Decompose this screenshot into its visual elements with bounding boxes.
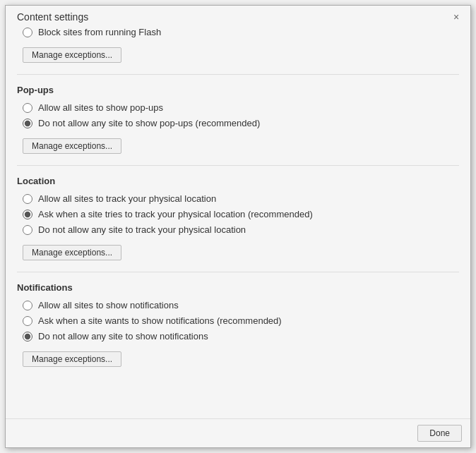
popup-deny-label: Do not allow any site to show pop-ups (r… [38, 118, 260, 128]
popup-allow-item: Allow all sites to show pop-ups [23, 102, 459, 113]
location-deny-label: Do not allow any site to track your phys… [38, 224, 246, 235]
location-section: Location Allow all sites to track your p… [17, 176, 459, 260]
location-divider [17, 272, 459, 272]
flash-divider [17, 74, 459, 75]
done-button[interactable]: Done [417, 425, 462, 442]
popup-allow-label: Allow all sites to show pop-ups [38, 102, 163, 113]
flash-block-item: Block sites from running Flash [23, 27, 459, 37]
flash-block-label: Block sites from running Flash [38, 27, 161, 37]
dialog-footer: Done [6, 418, 470, 447]
notif-ask-radio[interactable] [23, 316, 32, 326]
notifications-section-title: Notifications [17, 282, 459, 293]
location-ask-label: Ask when a site tries to track your phys… [38, 209, 313, 219]
notif-deny-item: Do not allow any site to show notificati… [23, 331, 459, 342]
dialog-body: Block sites from running Flash Manage ex… [6, 27, 470, 418]
location-section-title: Location [17, 176, 459, 186]
notifications-section: Notifications Allow all sites to show no… [17, 282, 459, 367]
notif-deny-label: Do not allow any site to show notificati… [38, 331, 208, 342]
popups-radio-group: Allow all sites to show pop-ups Do not a… [23, 102, 459, 128]
popups-section: Pop-ups Allow all sites to show pop-ups … [17, 85, 459, 154]
location-allow-item: Allow all sites to track your physical l… [23, 193, 459, 204]
notifications-radio-group: Allow all sites to show notifications As… [23, 300, 459, 342]
location-manage-exceptions-button[interactable]: Manage exceptions... [23, 245, 121, 260]
notifications-manage-exceptions-button[interactable]: Manage exceptions... [23, 351, 121, 367]
location-ask-radio[interactable] [23, 210, 32, 219]
location-deny-radio[interactable] [23, 225, 32, 235]
notif-allow-radio[interactable] [23, 301, 32, 310]
location-ask-item: Ask when a site tries to track your phys… [23, 209, 459, 219]
flash-radio-group: Block sites from running Flash [23, 27, 459, 37]
dialog-title: Content settings [17, 11, 88, 23]
popups-section-title: Pop-ups [17, 85, 459, 95]
notif-ask-label: Ask when a site wants to show notificati… [38, 315, 282, 326]
popup-allow-radio[interactable] [23, 103, 32, 113]
notif-ask-item: Ask when a site wants to show notificati… [23, 315, 459, 326]
popup-deny-item: Do not allow any site to show pop-ups (r… [23, 118, 459, 128]
popup-deny-radio[interactable] [23, 119, 32, 128]
popups-manage-exceptions-button[interactable]: Manage exceptions... [23, 138, 121, 154]
dialog-header: Content settings × [6, 6, 470, 27]
notif-deny-radio[interactable] [23, 332, 32, 342]
location-allow-radio[interactable] [23, 194, 32, 204]
notif-allow-item: Allow all sites to show notifications [23, 300, 459, 310]
flash-block-radio[interactable] [23, 28, 32, 37]
flash-manage-exceptions-button[interactable]: Manage exceptions... [23, 47, 121, 63]
popups-divider [17, 165, 459, 166]
notif-allow-label: Allow all sites to show notifications [38, 300, 179, 310]
flash-section: Block sites from running Flash Manage ex… [17, 27, 459, 63]
location-allow-label: Allow all sites to track your physical l… [38, 193, 216, 204]
content-settings-dialog: Content settings × Block sites from runn… [5, 5, 471, 448]
location-deny-item: Do not allow any site to track your phys… [23, 224, 459, 235]
close-button[interactable]: × [451, 11, 462, 23]
location-radio-group: Allow all sites to track your physical l… [23, 193, 459, 235]
